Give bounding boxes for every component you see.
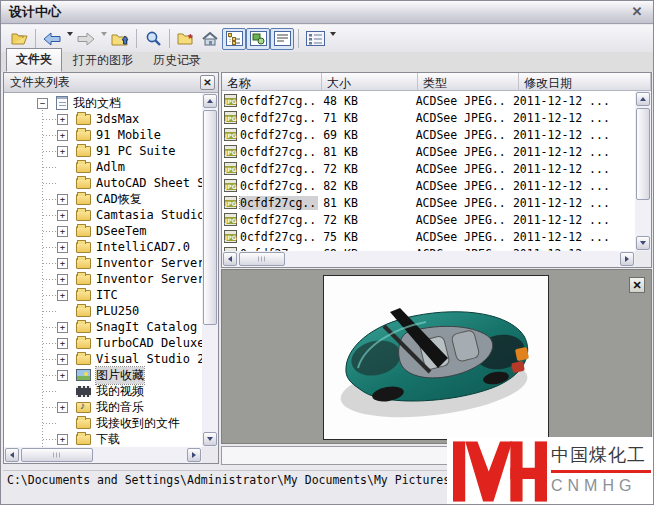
collapse-icon[interactable]: −: [37, 98, 48, 109]
tree-item-PLU250[interactable]: PLU250: [4, 303, 202, 319]
close-icon[interactable]: ✕: [200, 75, 215, 90]
tree-item-3dsMax[interactable]: +3dsMax: [4, 111, 202, 127]
scroll-down-button[interactable]: [203, 432, 217, 446]
folder-tree: −我的文档+3dsMax+91 Mobile+91 PC SuiteAdlmAu…: [4, 93, 202, 447]
expand-icon[interactable]: +: [57, 290, 68, 301]
tree-item-图片收藏[interactable]: +图片收藏: [4, 367, 202, 383]
back-button[interactable]: [40, 28, 64, 50]
column-header-2[interactable]: 类型: [418, 73, 519, 91]
column-header-1[interactable]: 大小: [322, 73, 418, 91]
file-row[interactable]: JPG0cfdf27cg...71 KBACDSee JPEG...2011-1…: [222, 109, 635, 126]
tree-item-Inventor Server x86[interactable]: +Inventor Server x86: [4, 271, 202, 287]
tree-item-91 PC Suite[interactable]: +91 PC Suite: [4, 143, 202, 159]
tree-item-label: 我的文档: [73, 95, 121, 112]
tab-2[interactable]: 历史记录: [144, 50, 210, 72]
expand-icon[interactable]: +: [57, 130, 68, 141]
list-vertical-scrollbar[interactable]: [635, 91, 651, 251]
tree-item-下载[interactable]: +下载: [4, 431, 202, 447]
forward-button[interactable]: [74, 28, 98, 50]
tab-1[interactable]: 打开的图形: [64, 50, 142, 72]
tree-item-91 Mobile[interactable]: +91 Mobile: [4, 127, 202, 143]
views-button[interactable]: [303, 28, 327, 50]
scroll-left-button[interactable]: [5, 448, 19, 462]
scrollbar-thumb[interactable]: [636, 108, 650, 200]
expand-icon[interactable]: +: [57, 258, 68, 269]
tree-horizontal-scrollbar[interactable]: [4, 447, 202, 463]
tree-item-AutoCAD Sheet Sets[interactable]: AutoCAD Sheet Sets: [4, 175, 202, 191]
expand-icon[interactable]: +: [57, 242, 68, 253]
scroll-left-button[interactable]: [223, 252, 237, 266]
expand-icon[interactable]: +: [57, 274, 68, 285]
scroll-right-button[interactable]: [620, 252, 634, 266]
tree-item-DSeeTem[interactable]: +DSeeTem: [4, 223, 202, 239]
tree-item-Visual Studio 2008[interactable]: +Visual Studio 2008: [4, 351, 202, 367]
scroll-down-button[interactable]: [636, 236, 650, 250]
tree-item-我接收到的文件[interactable]: 我接收到的文件: [4, 415, 202, 431]
tree-vertical-scrollbar[interactable]: [202, 93, 218, 447]
up-button[interactable]: [108, 28, 132, 50]
back-dropdown[interactable]: [64, 28, 74, 50]
file-row[interactable]: JPG0cfdf27cg...75 KBACDSee JPEG...2011-1…: [222, 228, 635, 245]
title-bar[interactable]: 设计中心 ✕: [1, 1, 653, 24]
file-row[interactable]: JPG0cfdf27cg...72 KBACDSee JPEG...2011-1…: [222, 160, 635, 177]
expand-icon[interactable]: +: [57, 114, 68, 125]
scroll-right-button[interactable]: [187, 448, 201, 462]
list-horizontal-scrollbar[interactable]: [222, 251, 635, 267]
search-button[interactable]: [141, 28, 165, 50]
tree-item-我的音乐[interactable]: +我的音乐: [4, 399, 202, 415]
expand-icon[interactable]: +: [57, 322, 68, 333]
expand-icon[interactable]: +: [57, 402, 68, 413]
home-button[interactable]: [198, 28, 222, 50]
forward-dropdown[interactable]: [98, 28, 108, 50]
load-button[interactable]: [7, 28, 31, 50]
scrollbar-corner: [202, 447, 218, 463]
back-arrow-icon: [43, 32, 61, 46]
tree-item-Inventor Server x86[interactable]: +Inventor Server x86: [4, 255, 202, 271]
scroll-up-button[interactable]: [636, 92, 650, 106]
column-header-0[interactable]: 名称: [222, 73, 322, 91]
description-toggle[interactable]: [270, 28, 294, 50]
expand-icon[interactable]: +: [57, 194, 68, 205]
tree-item-我的文档[interactable]: −我的文档: [4, 95, 202, 111]
tab-0[interactable]: 文件夹: [6, 48, 62, 72]
column-header-3[interactable]: 修改日期: [519, 73, 651, 91]
tree-view-toggle[interactable]: [222, 28, 246, 50]
close-icon[interactable]: ✕: [629, 4, 645, 20]
scrollbar-thumb[interactable]: [239, 252, 285, 266]
tree-item-CAD恢复[interactable]: +CAD恢复: [4, 191, 202, 207]
file-row[interactable]: JPG0cfdf27cg...81 KBACDSee JPEG...2011-1…: [222, 194, 635, 211]
views-dropdown[interactable]: [327, 28, 337, 50]
folder-icon: [76, 242, 91, 253]
tree-item-ITC[interactable]: +ITC: [4, 287, 202, 303]
file-row[interactable]: JPG0cfdf27cg...81 KBACDSee JPEG...2011-1…: [222, 143, 635, 160]
expand-icon[interactable]: +: [57, 210, 68, 221]
scrollbar-thumb[interactable]: [21, 448, 93, 462]
expand-icon[interactable]: +: [57, 146, 68, 157]
tree-item-我的视频[interactable]: 我的视频: [4, 383, 202, 399]
file-name: 0cfdf27cg...: [240, 179, 318, 193]
tree-item-SnagIt Catalog[interactable]: +SnagIt Catalog: [4, 319, 202, 335]
close-icon[interactable]: ✕: [629, 277, 645, 293]
expand-icon[interactable]: +: [57, 354, 68, 365]
jpg-file-icon: JPG: [224, 179, 237, 192]
tree-item-IntelliCAD7.0[interactable]: +IntelliCAD7.0: [4, 239, 202, 255]
preview-toggle[interactable]: [246, 28, 270, 50]
expand-icon[interactable]: +: [57, 226, 68, 237]
file-row[interactable]: JPG0cfdf27cg...48 KBACDSee JPEG...2011-1…: [222, 92, 635, 109]
tree-item-TurboCAD Deluxe 18[interactable]: +TurboCAD Deluxe 18: [4, 335, 202, 351]
favorites-button[interactable]: *: [174, 28, 198, 50]
expand-icon[interactable]: +: [57, 434, 68, 445]
file-row[interactable]: JPG0cfdf27cg...72 KBACDSee JPEG...2011-1…: [222, 211, 635, 228]
design-center-window: 设计中心 ✕: [0, 0, 654, 505]
expand-icon[interactable]: +: [57, 370, 68, 381]
tree-item-Adlm[interactable]: Adlm: [4, 159, 202, 175]
pictures-icon: [76, 369, 91, 381]
file-row[interactable]: JPG0cfdf27cg...69 KBACDSee JPEG...2011-1…: [222, 126, 635, 143]
expand-icon[interactable]: +: [57, 338, 68, 349]
jpg-file-icon: JPG: [224, 162, 237, 175]
tree-item-Camtasia Studio[interactable]: +Camtasia Studio: [4, 207, 202, 223]
file-row[interactable]: JPG0cfdf27cg...82 KBACDSee JPEG...2011-1…: [222, 177, 635, 194]
scrollbar-thumb[interactable]: [203, 110, 217, 325]
expander-spacer: [57, 162, 68, 173]
scroll-up-button[interactable]: [203, 94, 217, 108]
